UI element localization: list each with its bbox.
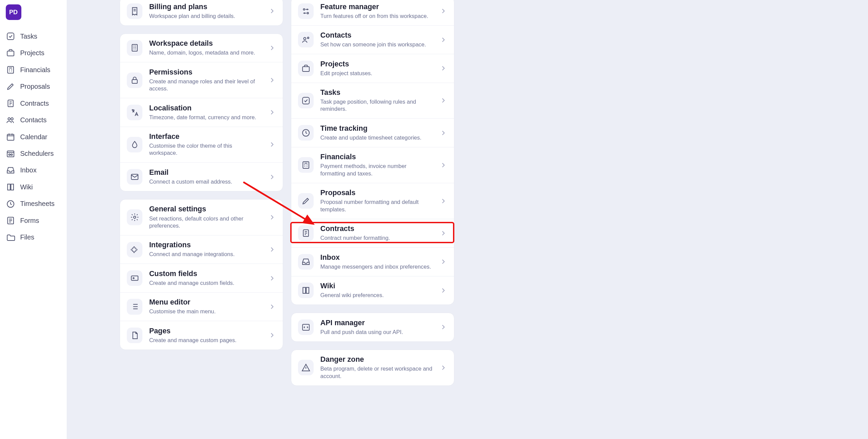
chevron-right-icon: [268, 213, 276, 221]
settings-row-wiki[interactable]: WikiGeneral wiki preferences.: [291, 276, 454, 305]
settings-row-inbox[interactable]: InboxManage messengers and inbox prefere…: [291, 247, 454, 276]
chevron-right-icon: [268, 331, 276, 339]
settings-row-tasks[interactable]: TasksTask page position, following rules…: [291, 83, 454, 119]
sidebar-item-tasks[interactable]: Tasks: [0, 28, 67, 44]
settings-row-subtitle: Pull and push data using our API.: [320, 329, 433, 336]
svg-rect-16: [131, 276, 138, 280]
sidebar-item-calendar[interactable]: Calendar: [0, 128, 67, 145]
sidebar-item-files[interactable]: Files: [0, 229, 67, 246]
chevron-right-icon: [268, 173, 276, 181]
sidebar-item-label: Calendar: [20, 133, 47, 141]
svg-rect-2: [8, 66, 14, 73]
settings-row-workspace-details[interactable]: Workspace detailsName, domain, logos, me…: [120, 34, 283, 62]
inbox-icon: [6, 165, 16, 175]
settings-row-feature-manager[interactable]: Feature managerTurn features off or on f…: [291, 0, 454, 25]
settings-row-subtitle: Contract number formatting.: [320, 234, 433, 242]
settings-row-billing[interactable]: Billing and plans Workspace plan and bil…: [120, 0, 283, 25]
toggles-icon: [298, 3, 314, 19]
sidebar-item-wiki[interactable]: Wiki: [0, 179, 67, 195]
chevron-right-icon: [268, 76, 276, 84]
settings-row-subtitle: Set reactions, default colors and other …: [149, 215, 261, 230]
svg-point-8: [9, 154, 10, 155]
pen-icon: [298, 193, 314, 209]
settings-row-permissions[interactable]: PermissionsCreate and manage roles and t…: [120, 62, 283, 98]
settings-row-contracts[interactable]: ContractsContract number formatting.: [291, 219, 454, 247]
sidebar-item-label: Schedulers: [20, 150, 54, 158]
sidebar-item-label: Contracts: [20, 100, 49, 107]
settings-row-title: Proposals: [320, 189, 433, 197]
settings-row-time-tracking[interactable]: Time trackingCreate and update timesheet…: [291, 118, 454, 147]
sidebar-item-schedulers[interactable]: Schedulers: [0, 145, 67, 162]
inbox-icon: [298, 254, 314, 270]
settings-row-menu-editor[interactable]: Menu editorCustomise the main menu.: [120, 292, 283, 321]
sidebar-item-projects[interactable]: Projects: [0, 45, 67, 61]
list-icon: [127, 299, 142, 314]
building-icon: [127, 40, 142, 56]
chevron-right-icon: [268, 274, 276, 282]
settings-group: Workspace detailsName, domain, logos, me…: [120, 34, 283, 191]
gear-icon: [127, 209, 142, 225]
settings-row-title: Workspace details: [149, 39, 261, 48]
sidebar-item-label: Projects: [20, 49, 44, 57]
settings-row-subtitle: Name, domain, logos, metadata and more.: [149, 49, 261, 56]
svg-point-4: [8, 118, 11, 120]
chevron-right-icon: [439, 161, 447, 169]
settings-row-title: General settings: [149, 205, 261, 214]
svg-rect-13: [132, 80, 137, 83]
settings-row-subtitle: Edit project statuses.: [320, 70, 433, 77]
settings-col-right: Feature managerTurn features off or on f…: [291, 0, 454, 386]
briefcase-icon: [298, 61, 314, 76]
settings-row-subtitle: Create and manage roles and their level …: [149, 78, 261, 92]
sidebar-item-inbox[interactable]: Inbox: [0, 162, 67, 179]
schedule-icon: [6, 149, 16, 159]
settings-row-proposals[interactable]: ProposalsProposal number formatting and …: [291, 183, 454, 219]
settings-row-subtitle: Manage messengers and inbox preferences.: [320, 263, 433, 270]
settings-row-title: Wiki: [320, 282, 433, 291]
settings-row-custom-fields[interactable]: Custom fieldsCreate and manage custom fi…: [120, 264, 283, 292]
settings-row-financials[interactable]: FinancialsPayment methods, invoice numbe…: [291, 147, 454, 183]
settings-row-subtitle: Customise the main menu.: [149, 308, 261, 315]
sidebar-item-proposals[interactable]: Proposals: [0, 78, 67, 95]
svg-rect-22: [302, 66, 309, 71]
settings-row-title: Permissions: [149, 68, 261, 77]
sidebar-item-contracts[interactable]: Contracts: [0, 95, 67, 111]
form-icon: [6, 216, 16, 226]
settings-row-title: Billing and plans: [149, 3, 261, 12]
svg-rect-0: [7, 33, 14, 40]
settings-row-title: Interface: [149, 132, 261, 141]
lock-icon: [127, 72, 142, 88]
sidebar-item-label: Forms: [20, 217, 39, 225]
settings-row-projects[interactable]: ProjectsEdit project statuses.: [291, 54, 454, 82]
settings-row-danger-zone[interactable]: Danger zoneBeta program, delete or reset…: [291, 350, 454, 385]
warning-icon: [298, 360, 314, 375]
svg-rect-7: [7, 151, 14, 157]
settings-row-title: Menu editor: [149, 298, 261, 307]
sidebar-item-forms[interactable]: Forms: [0, 212, 67, 229]
sidebar-item-timesheets[interactable]: Timesheets: [0, 195, 67, 212]
clock-icon: [6, 199, 16, 209]
chevron-right-icon: [439, 229, 447, 237]
settings-row-subtitle: Create and manage custom fields.: [149, 279, 261, 287]
workspace-badge[interactable]: PD: [6, 4, 21, 20]
settings-row-general-settings[interactable]: General settingsSet reactions, default c…: [120, 200, 283, 235]
sidebar-item-contacts[interactable]: Contacts: [0, 112, 67, 128]
settings-row-subtitle: General wiki preferences.: [320, 292, 433, 299]
sidebar-item-financials[interactable]: Financials: [0, 61, 67, 78]
settings-row-email[interactable]: EmailConnect a custom email address.: [120, 162, 283, 191]
chevron-right-icon: [439, 364, 447, 372]
settings-row-subtitle: Timezone, date format, currency and more…: [149, 114, 261, 121]
settings-row-contacts[interactable]: ContactsSet how can someone join this wo…: [291, 25, 454, 54]
settings-group: API managerPull and push data using our …: [291, 313, 454, 341]
droplet-icon: [127, 137, 142, 152]
settings-row-integrations[interactable]: IntegrationsConnect and manage integrati…: [120, 235, 283, 264]
chevron-right-icon: [268, 7, 276, 15]
settings-row-interface[interactable]: InterfaceCustomise the color theme of th…: [120, 127, 283, 163]
settings-row-api-manager[interactable]: API managerPull and push data using our …: [291, 313, 454, 341]
settings-row-subtitle: Workspace plan and billing details.: [149, 13, 261, 20]
settings-row-title: Integrations: [149, 241, 261, 250]
settings-row-title: Contracts: [320, 225, 433, 233]
settings-row-pages[interactable]: PagesCreate and manage custom pages.: [120, 321, 283, 349]
settings-row-title: API manager: [320, 319, 433, 328]
svg-point-19: [307, 12, 308, 14]
settings-row-localisation[interactable]: LocalisationTimezone, date format, curre…: [120, 98, 283, 126]
